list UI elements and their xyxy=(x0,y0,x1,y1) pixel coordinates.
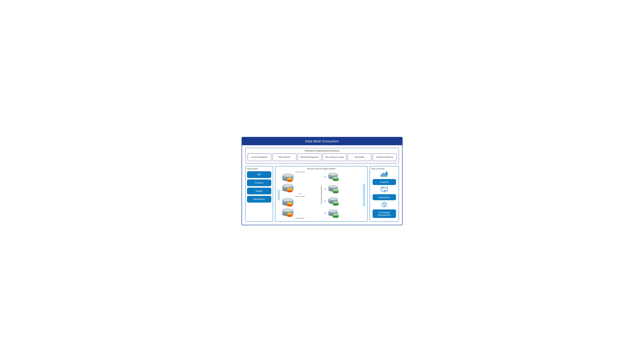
gov-box-devops-monitoring: DevOps & Monitoring xyxy=(373,153,396,161)
domains-section: Data Domains HR Finance Supply Operation… xyxy=(245,166,273,222)
inner-wrapper: Federated Computational Governance Acces… xyxy=(242,145,402,225)
arrow-1: ➔ xyxy=(324,176,326,178)
analytics-icon-svg xyxy=(380,171,388,177)
svg-point-23 xyxy=(287,202,292,204)
svg-point-54 xyxy=(333,204,338,206)
data-owners-container: Data Owners xyxy=(277,171,280,219)
svg-point-63 xyxy=(333,214,338,216)
knowledge-icon-svg xyxy=(380,202,388,208)
gov-box-access-management: Access Management xyxy=(248,153,272,161)
consumer-box-applications: Applications xyxy=(372,194,396,200)
svg-point-27 xyxy=(282,208,294,212)
applications-icon xyxy=(380,186,388,194)
left-pipelines: Extract & Load xyxy=(281,171,319,219)
governance-label: Federated Computational Governance xyxy=(248,150,396,152)
arrow-4: ➔ xyxy=(324,212,326,215)
svg-rect-64 xyxy=(381,174,382,177)
product-db-2 xyxy=(327,184,340,194)
dap-label: Product Specific Data Models xyxy=(363,184,365,206)
main-body: Data Domains HR Finance Supply Operation… xyxy=(245,166,399,222)
db-svg-3 xyxy=(281,197,294,207)
svg-rect-78 xyxy=(384,206,384,207)
tdm-label: Transformed Data Model xyxy=(320,186,322,204)
svg-point-59 xyxy=(328,209,338,212)
svg-point-51 xyxy=(328,197,338,200)
svg-point-22 xyxy=(287,205,292,207)
svg-point-55 xyxy=(333,201,338,203)
svg-point-19 xyxy=(282,198,294,201)
knowledge-management-icon xyxy=(380,202,388,209)
consumer-boxes: Analytics xyxy=(372,171,397,218)
pipeline-label-2: ETL xyxy=(281,193,319,194)
svg-rect-65 xyxy=(382,173,384,177)
page-title: Data Mesh Ecosystem xyxy=(242,137,402,145)
db-svg-4 xyxy=(281,208,294,217)
svg-point-11 xyxy=(282,184,294,187)
product-db-4 xyxy=(327,209,340,218)
svg-point-14 xyxy=(287,191,292,192)
consumer-analytics: Analytics xyxy=(372,171,397,185)
consumers-section: Data Consumers xyxy=(370,166,399,222)
svg-point-7 xyxy=(287,178,292,180)
domain-finance: Finance xyxy=(247,179,271,186)
pipeline-row-1: Extract & Load xyxy=(281,171,319,182)
gov-box-data-catalog: Data Catalog & Lineage xyxy=(323,153,346,161)
pipeline-row-3: Extract & Load xyxy=(281,196,319,207)
svg-point-43 xyxy=(328,185,338,188)
platform-label: Self-Serve Data & Analytics Platform xyxy=(277,168,366,170)
gov-box-data-protection: Data Protection xyxy=(272,153,296,161)
svg-point-73 xyxy=(382,187,383,188)
tdm-label-container: Transformed Data Model xyxy=(320,171,323,219)
svg-point-72 xyxy=(382,187,382,188)
domain-boxes: HR Finance Supply Operations xyxy=(247,171,271,203)
svg-point-47 xyxy=(333,189,338,191)
svg-point-74 xyxy=(384,187,384,188)
consumer-box-analytics: Analytics xyxy=(372,179,396,185)
domain-supply: Supply xyxy=(247,188,271,194)
db-svg-1 xyxy=(281,173,294,182)
product-db-1 xyxy=(327,172,340,181)
arrow-2: ➔ xyxy=(324,188,326,190)
analytics-icon xyxy=(380,171,388,178)
pipeline-row-2: ETL xyxy=(281,183,319,195)
pipeline-label-1: Extract & Load xyxy=(281,171,319,173)
platform-section: Self-Serve Data & Analytics Platform Dat… xyxy=(275,166,368,222)
pipeline-row-4: Data Pipelines xyxy=(281,208,319,219)
svg-point-62 xyxy=(333,216,338,218)
outer-container: Data Mesh Ecosystem Federated Computatio… xyxy=(242,137,402,225)
arrow-3: ➔ xyxy=(324,200,326,202)
svg-point-6 xyxy=(287,180,292,182)
svg-point-35 xyxy=(328,173,338,176)
svg-point-15 xyxy=(287,188,292,190)
svg-point-38 xyxy=(333,179,338,181)
domains-label: Data Domains xyxy=(247,168,271,170)
consumer-applications: Applications xyxy=(372,186,397,200)
gov-box-metadata-management: Metadata Management xyxy=(298,153,322,161)
svg-point-30 xyxy=(287,215,292,217)
svg-point-46 xyxy=(333,191,338,193)
domain-operations: Operations xyxy=(247,196,271,203)
pipeline-label-4: Data Pipelines xyxy=(281,217,319,219)
middle-columns: Data Owners Extract & Load xyxy=(277,171,366,219)
svg-point-3 xyxy=(282,173,294,177)
governance-section: Federated Computational Governance Acces… xyxy=(245,148,399,163)
pipeline-label-3: Extract & Load xyxy=(281,196,319,197)
db-svg-2 xyxy=(281,183,294,193)
data-owners-label: Data Owners xyxy=(278,189,280,201)
svg-point-31 xyxy=(287,213,292,215)
product-db-3 xyxy=(327,196,340,206)
domain-hr: HR xyxy=(247,171,271,178)
governance-boxes: Access Management Data Protection Metada… xyxy=(248,153,396,161)
applications-icon-svg xyxy=(380,186,388,193)
svg-line-69 xyxy=(387,174,388,175)
consumers-label: Data Consumers xyxy=(372,168,397,170)
consumer-knowledge-management: Knowledge Management xyxy=(372,202,397,218)
dap-label-container: Product Specific Data Models xyxy=(362,171,366,219)
arrows-col: ➔ ➔ ➔ ➔ xyxy=(324,171,326,219)
svg-point-39 xyxy=(333,177,338,179)
gov-box-data-quality: Data Quality xyxy=(348,153,372,161)
consumer-box-knowledge: Knowledge Management xyxy=(372,209,396,218)
right-products xyxy=(327,171,362,219)
